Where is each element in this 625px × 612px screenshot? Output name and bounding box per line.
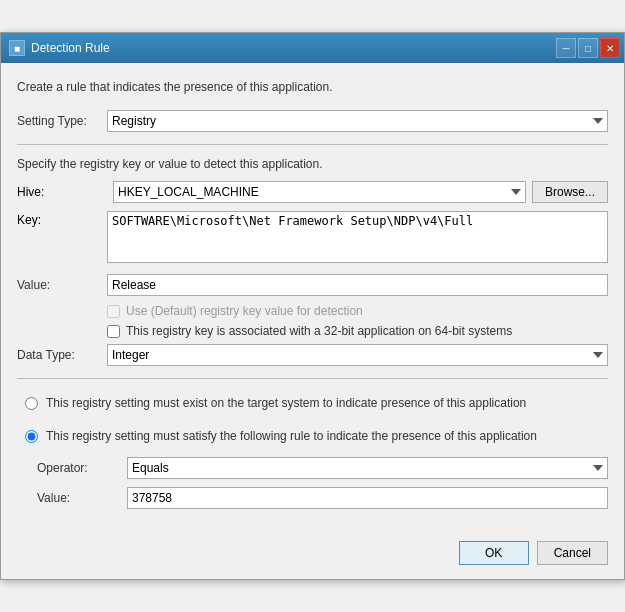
value-label: Value: bbox=[17, 278, 107, 292]
bit32-checkbox[interactable] bbox=[107, 325, 120, 338]
key-textarea[interactable] bbox=[107, 211, 608, 263]
bit32-checkbox-row: This registry key is associated with a 3… bbox=[107, 324, 608, 338]
radio2-input[interactable] bbox=[25, 430, 38, 443]
setting-type-label: Setting Type: bbox=[17, 114, 107, 128]
radio-section: This registry setting must exist on the … bbox=[17, 391, 608, 509]
operator-label: Operator: bbox=[37, 461, 127, 475]
value-row: Value: bbox=[17, 274, 608, 296]
dialog-content: Create a rule that indicates the presenc… bbox=[1, 63, 624, 532]
value2-row: Value: bbox=[37, 487, 608, 509]
radio2-label[interactable]: This registry setting must satisfy the f… bbox=[46, 428, 537, 445]
value-input[interactable] bbox=[107, 274, 608, 296]
operator-select[interactable]: Equals bbox=[127, 457, 608, 479]
radio1-label[interactable]: This registry setting must exist on the … bbox=[46, 395, 526, 412]
value2-label: Value: bbox=[37, 491, 127, 505]
default-checkbox-row: Use (Default) registry key value for det… bbox=[107, 304, 608, 318]
setting-type-select[interactable]: Registry bbox=[107, 110, 608, 132]
hive-row: Hive: HKEY_LOCAL_MACHINE Browse... bbox=[17, 181, 608, 203]
window-icon: ■ bbox=[9, 40, 25, 56]
ok-button[interactable]: OK bbox=[459, 541, 529, 565]
data-type-row: Data Type: Integer bbox=[17, 344, 608, 366]
radio1-input[interactable] bbox=[25, 397, 38, 410]
browse-button[interactable]: Browse... bbox=[532, 181, 608, 203]
key-label: Key: bbox=[17, 211, 107, 227]
hive-control: HKEY_LOCAL_MACHINE bbox=[113, 181, 526, 203]
cancel-button[interactable]: Cancel bbox=[537, 541, 608, 565]
minimize-button[interactable]: ─ bbox=[556, 38, 576, 58]
hive-select[interactable]: HKEY_LOCAL_MACHINE bbox=[113, 181, 526, 203]
default-checkbox bbox=[107, 305, 120, 318]
key-row: Key: bbox=[17, 211, 608, 266]
separator-2 bbox=[17, 378, 608, 379]
separator-1 bbox=[17, 144, 608, 145]
operator-row: Operator: Equals bbox=[37, 457, 608, 479]
detection-rule-dialog: ■ Detection Rule ─ □ ✕ Create a rule tha… bbox=[0, 32, 625, 579]
setting-type-row: Setting Type: Registry bbox=[17, 110, 608, 132]
section-description: Specify the registry key or value to det… bbox=[17, 157, 608, 171]
window-title: Detection Rule bbox=[31, 41, 110, 55]
radio1-row: This registry setting must exist on the … bbox=[17, 391, 608, 416]
setting-type-control: Registry bbox=[107, 110, 608, 132]
bit32-checkbox-label[interactable]: This registry key is associated with a 3… bbox=[126, 324, 512, 338]
hive-label: Hive: bbox=[17, 185, 107, 199]
maximize-button[interactable]: □ bbox=[578, 38, 598, 58]
description-text: Create a rule that indicates the presenc… bbox=[17, 79, 608, 96]
radio2-row: This registry setting must satisfy the f… bbox=[17, 424, 608, 449]
data-type-select[interactable]: Integer bbox=[107, 344, 608, 366]
titlebar: ■ Detection Rule ─ □ ✕ bbox=[1, 33, 624, 63]
dialog-footer: OK Cancel bbox=[1, 533, 624, 579]
value2-input[interactable] bbox=[127, 487, 608, 509]
default-checkbox-label: Use (Default) registry key value for det… bbox=[126, 304, 363, 318]
close-button[interactable]: ✕ bbox=[600, 38, 620, 58]
indented-section: Operator: Equals Value: bbox=[37, 457, 608, 509]
data-type-label: Data Type: bbox=[17, 348, 107, 362]
